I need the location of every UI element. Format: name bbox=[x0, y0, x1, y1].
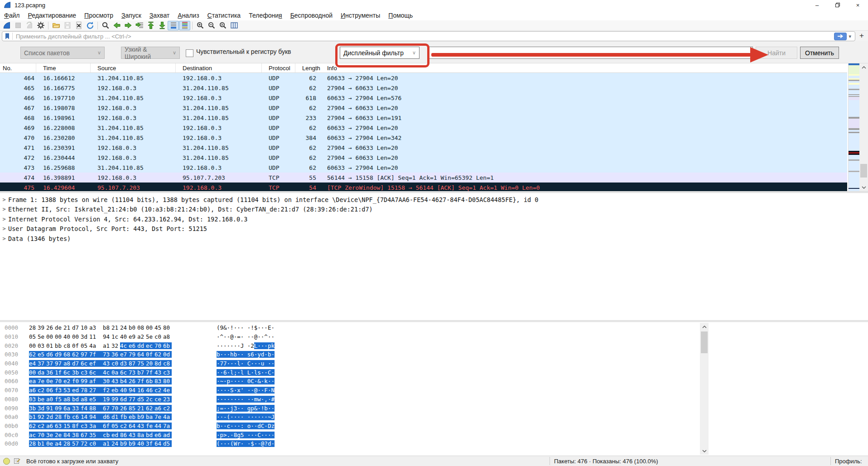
detail-line[interactable]: >Internet Protocol Version 4, Src: 64.23… bbox=[0, 214, 868, 224]
restore-button[interactable] bbox=[827, 0, 848, 10]
colorize-button[interactable] bbox=[179, 21, 190, 30]
menu-file[interactable]: Файл bbox=[0, 11, 24, 20]
packet-row[interactable]: 47416.398891192.168.0.395.107.7.203TCP55… bbox=[0, 173, 847, 183]
bytes-scrollbar[interactable] bbox=[700, 323, 709, 455]
hex-row[interactable]: 0020000301bbc80f054aa1324ce6ddec706b····… bbox=[0, 341, 868, 350]
detail-line[interactable]: >User Datagram Protocol, Src Port: 443, … bbox=[0, 224, 868, 234]
hex-row[interactable]: 0070a6c206f353ed7827f2eb40941646c24e····… bbox=[0, 386, 868, 395]
zoom-original-button[interactable] bbox=[217, 21, 228, 30]
expand-caret-icon[interactable]: > bbox=[0, 216, 8, 222]
close-button[interactable]: × bbox=[848, 0, 868, 10]
hex-row[interactable]: 00c0ac703e2e84386735cbed86438abde6ad·p>.… bbox=[0, 430, 868, 439]
column-header-time[interactable]: Time bbox=[36, 63, 91, 72]
find-packet-button[interactable] bbox=[100, 21, 111, 30]
case-sensitive-checkbox[interactable] bbox=[186, 49, 193, 57]
packet-row[interactable]: 46516.166775192.168.0.331.204.110.85UDP6… bbox=[0, 83, 847, 93]
first-packet-button[interactable] bbox=[145, 21, 156, 30]
expand-caret-icon[interactable]: > bbox=[0, 197, 8, 203]
packet-row[interactable]: 46816.198961192.168.0.331.204.110.85UDP2… bbox=[0, 113, 847, 123]
close-file-button[interactable] bbox=[73, 21, 84, 30]
column-header-destination[interactable]: Destination bbox=[176, 63, 262, 72]
capture-options-button[interactable] bbox=[35, 21, 46, 30]
scroll-down-icon[interactable] bbox=[859, 183, 868, 191]
reload-file-button[interactable] bbox=[84, 21, 96, 30]
capture-comment-icon[interactable] bbox=[14, 457, 20, 464]
zoom-in-button[interactable] bbox=[194, 21, 206, 30]
auto-scroll-button[interactable] bbox=[168, 21, 179, 30]
menu-go[interactable]: Запуск bbox=[117, 11, 145, 20]
scrollbar-thumb[interactable] bbox=[701, 331, 708, 353]
detail-line[interactable]: >Data (1346 bytes) bbox=[0, 234, 868, 244]
add-filter-button[interactable]: + bbox=[857, 31, 866, 40]
packet-row[interactable]: 47116.230391192.168.0.331.204.110.85UDP6… bbox=[0, 143, 847, 153]
packet-row[interactable]: 46916.22800831.204.110.85192.168.0.3UDP6… bbox=[0, 123, 847, 133]
hex-row[interactable]: 005000da361f6c3bc36c4c0a6c73b77f43c3··6·… bbox=[0, 368, 868, 377]
hex-row[interactable]: 0060ea7e0e70e2f099af3043b4267f6b8380·~·p… bbox=[0, 377, 868, 386]
next-packet-button[interactable] bbox=[122, 21, 134, 30]
prev-packet-button[interactable] bbox=[111, 21, 122, 30]
menu-telephony[interactable]: Телефония bbox=[245, 11, 286, 20]
display-filter-input[interactable] bbox=[15, 32, 834, 40]
scroll-down-icon[interactable] bbox=[700, 447, 709, 455]
column-header-length[interactable]: Length bbox=[295, 63, 316, 72]
hex-row[interactable]: 0010055e000040003d11941c40e9a25ec0a8·^··… bbox=[0, 332, 868, 341]
packet-row[interactable]: 47316.25968831.204.110.85192.168.0.3UDP6… bbox=[0, 163, 847, 173]
packet-row[interactable]: 47216.230444192.168.0.331.204.110.85UDP6… bbox=[0, 153, 847, 163]
hex-row[interactable]: 008003bea0f5a8bda8e519996d77d52cce23····… bbox=[0, 395, 868, 404]
filter-history-caret[interactable]: ▾ bbox=[849, 34, 851, 39]
scrollbar-thumb[interactable] bbox=[860, 164, 867, 178]
last-packet-button[interactable] bbox=[156, 21, 168, 30]
packet-list-header[interactable]: No.TimeSourceDestinationProtocolLengthIn… bbox=[0, 63, 847, 73]
menu-help[interactable]: Помощь bbox=[384, 11, 417, 20]
hex-row[interactable]: 00b062c2a663158fc33a6f05c26443fe447ab··c… bbox=[0, 422, 868, 431]
column-header-info[interactable]: Info bbox=[316, 63, 847, 72]
open-file-button[interactable] bbox=[50, 21, 62, 30]
menu-statistics[interactable]: Статистика bbox=[203, 11, 245, 20]
menu-wireless[interactable]: Беспроводной bbox=[286, 11, 337, 20]
column-header-source[interactable]: Source bbox=[91, 63, 176, 72]
packet-list-scrollbar[interactable] bbox=[859, 63, 868, 191]
packet-row[interactable]: 47516.42960495.107.7.203192.168.0.3TCP54… bbox=[0, 183, 847, 191]
wireshark-start-button[interactable] bbox=[1, 21, 12, 30]
filter-bookmark-icon[interactable] bbox=[4, 33, 10, 40]
menu-tools[interactable]: Инструменты bbox=[337, 11, 384, 20]
hex-row[interactable]: 00a0b1922d28fbc61494d6d1fbebb9ba7e4a··-(… bbox=[0, 413, 868, 422]
detail-line[interactable]: >Frame 1: 1388 bytes on wire (11104 bits… bbox=[0, 195, 868, 205]
restore-icon bbox=[835, 2, 840, 8]
minimize-button[interactable]: – bbox=[807, 0, 827, 10]
expand-caret-icon[interactable]: > bbox=[0, 226, 8, 232]
packet-row[interactable]: 46616.19771031.204.110.85192.168.0.3UDP6… bbox=[0, 93, 847, 103]
scroll-up-icon[interactable] bbox=[859, 63, 868, 71]
apply-filter-button[interactable] bbox=[834, 33, 847, 40]
column-header-protocol[interactable]: Protocol bbox=[262, 63, 295, 72]
hex-row[interactable]: 00903b3d91096a33f488677026852162a6c2;=··… bbox=[0, 404, 868, 413]
menu-view[interactable]: Просмотр bbox=[80, 11, 117, 20]
packet-row[interactable]: 46716.198078192.168.0.331.204.110.85UDP6… bbox=[0, 103, 847, 113]
search-type-combo[interactable]: Дисплейный фильтр ∨ bbox=[340, 47, 420, 59]
hex-row[interactable]: 0000283926de21d710a3b82124b008004580(9&·… bbox=[0, 323, 868, 332]
display-filter-box[interactable]: ▾ bbox=[2, 31, 855, 41]
resize-columns-button[interactable] bbox=[228, 21, 240, 30]
menu-capture[interactable]: Захват bbox=[145, 11, 174, 20]
hex-row[interactable]: 00d028b10ea4285772c0a124b9b9403f64d5(···… bbox=[0, 439, 868, 448]
find-text-input[interactable] bbox=[428, 47, 753, 59]
hex-row[interactable]: 0040e4373797a8d76cef43c0d38775208dc8·77·… bbox=[0, 359, 868, 368]
expand-caret-icon[interactable]: > bbox=[0, 206, 8, 212]
packet-row[interactable]: 46416.16661231.204.110.85192.168.0.3UDP6… bbox=[0, 73, 847, 83]
cell-src: 192.168.0.3 bbox=[91, 105, 176, 111]
goto-packet-button[interactable] bbox=[134, 21, 145, 30]
menu-edit[interactable]: Редактирование bbox=[24, 11, 80, 20]
expert-info-icon[interactable] bbox=[3, 458, 10, 465]
cancel-button[interactable]: Отменить bbox=[800, 47, 839, 59]
intelligent-scrollbar-minimap[interactable] bbox=[848, 63, 860, 191]
scroll-up-icon[interactable] bbox=[700, 323, 709, 331]
hex-row[interactable]: 003062e5d6d96862977f7336e779640f620db···… bbox=[0, 350, 868, 359]
expand-caret-icon[interactable]: > bbox=[0, 235, 8, 242]
menu-analyze[interactable]: Анализ bbox=[174, 11, 203, 20]
column-header-no[interactable]: No. bbox=[0, 63, 36, 72]
detail-line[interactable]: >Ethernet II, Src: Iskratel_21:24:b0 (10… bbox=[0, 205, 868, 215]
packet-row[interactable]: 47016.23028031.204.110.85192.168.0.3UDP3… bbox=[0, 133, 847, 143]
profile-text[interactable]: Профиль: Default bbox=[835, 458, 868, 466]
zoom-out-button[interactable] bbox=[206, 21, 217, 30]
hex-bytes: 055e000040003d11941c40e9a25ec0a8 bbox=[29, 333, 172, 340]
